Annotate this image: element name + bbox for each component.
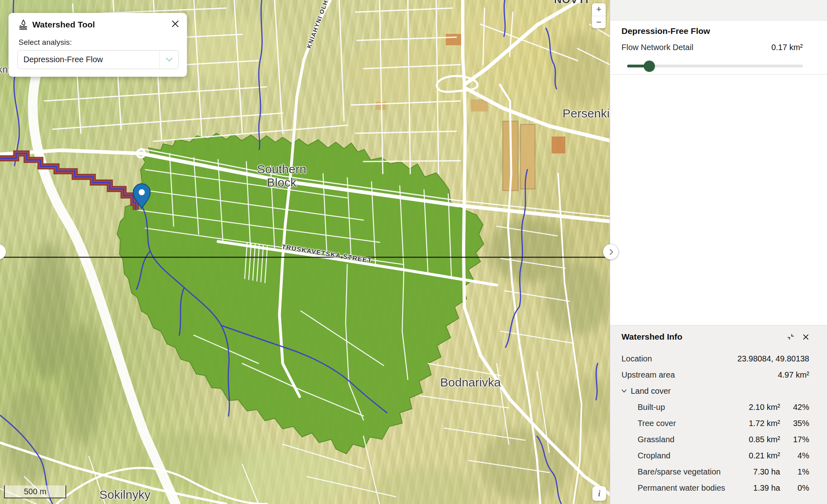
upstream-area-row: Upstream area 4.97 km² — [621, 367, 809, 383]
chevron-right-icon — [608, 249, 614, 255]
land-cover-row: Cropland 0.21 km² 4% — [621, 447, 809, 464]
land-cover-toggle[interactable]: Land cover — [621, 383, 809, 399]
chevron-down-icon — [160, 50, 178, 69]
analysis-section: Depression-Free Flow Flow Network Detail… — [610, 21, 827, 75]
location-row: Location 23.98084, 49.80138 — [621, 351, 809, 367]
collapse-right-button[interactable] — [603, 244, 619, 260]
flow-path — [0, 153, 136, 210]
label-sokilnyky: Sokilnyky — [99, 488, 151, 502]
analysis-select-value: Depression-Free Flow — [18, 55, 160, 64]
close-icon[interactable] — [171, 19, 180, 28]
tool-panel-title: Watershed Tool — [32, 20, 95, 29]
label-persenkivka: Persenkivka — [563, 107, 610, 120]
flow-network-detail-label: Flow Network Detail — [621, 43, 693, 52]
analysis-select[interactable]: Depression-Free Flow — [17, 50, 179, 69]
flow-network-detail-value: 0.17 km² — [771, 43, 803, 52]
zoom-control: + − — [592, 3, 606, 28]
label-district-top: NOVYI — [554, 0, 589, 6]
water-source-icon — [18, 19, 29, 30]
land-cover-row: Grassland 0.85 km² 17% — [621, 431, 809, 447]
collapse-icon[interactable] — [787, 333, 794, 340]
info-button[interactable]: i — [592, 486, 606, 501]
land-cover-row: Permanent water bodies 1.39 ha 0% — [621, 480, 809, 496]
label-southern-block: SouthernBlock — [242, 162, 321, 189]
watershed-tool-panel: Watershed Tool Select analysis: Depressi… — [8, 13, 187, 77]
scale-bar-label: 500 m — [24, 487, 46, 496]
analysis-section-title: Depression-Free Flow — [621, 26, 803, 36]
close-icon[interactable] — [802, 334, 809, 340]
watershed-app: SouthernBlock Bodnarivka Sokilnyky Perse… — [0, 0, 827, 504]
watershed-info-panel: Watershed Info Location 23.98084, 49.801… — [610, 325, 827, 504]
land-cover-row: Built-up 2.10 km² 42% — [621, 399, 809, 415]
sidebar: Depression-Free Flow Flow Network Detail… — [610, 0, 827, 504]
sidebar-top-strip — [610, 0, 827, 21]
scale-bar: 500 m — [4, 485, 66, 498]
land-cover-row: Tree cover 1.72 km² 35% — [621, 415, 809, 431]
info-panel-title: Watershed Info — [621, 332, 682, 342]
zoom-out-button[interactable]: − — [592, 16, 606, 29]
zoom-in-button[interactable]: + — [592, 3, 606, 16]
label-bodnarivka: Bodnarivka — [440, 376, 501, 389]
flow-detail-slider[interactable] — [627, 61, 803, 72]
select-analysis-label: Select analysis: — [19, 38, 72, 47]
land-cover-row: Bare/sparse vegetation 7.30 ha 1% — [621, 464, 809, 480]
slider-thumb[interactable] — [644, 61, 655, 72]
chevron-down-icon — [621, 389, 627, 393]
